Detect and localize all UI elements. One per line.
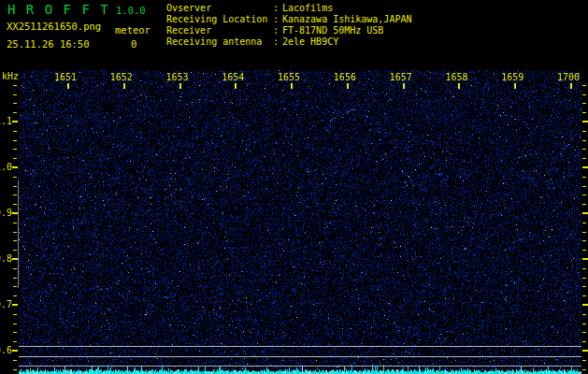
freq-axis-tick-minor [582,103,586,104]
freq-axis-tick-minor [13,232,17,233]
freq-axis-tick-minor [582,158,586,159]
freq-axis-tick-major [12,212,18,214]
time-axis-tick [458,83,460,89]
freq-axis-tick-minor [13,177,17,178]
freq-axis-tick-minor [13,103,17,104]
freq-axis-tick-minor [13,186,17,187]
freq-axis-tick-minor [582,140,586,141]
freq-axis-tick-minor [582,112,586,113]
time-axis-label: 1656 [334,72,356,82]
freq-axis-tick-minor [13,140,17,141]
freq-axis-tick-minor [13,131,17,132]
time-axis-tick [347,83,349,89]
freq-axis-tick-minor [13,223,17,223]
freq-axis-tick-major [582,258,588,260]
freq-axis-tick-major [582,304,588,306]
freq-axis-tick-minor [582,278,586,279]
freq-axis-tick-minor [13,286,17,287]
freq-axis-tick-minor [582,240,586,241]
freq-axis-tick-minor [13,268,17,269]
freq-axis-tick-minor [582,286,586,287]
time-axis-label: 1655 [278,72,300,82]
freq-axis-tick-major [582,212,588,214]
time-axis-tick [514,83,516,89]
freq-axis-tick-minor [13,314,17,315]
time-axis-label: 1657 [390,72,412,82]
time-axis-label: 1700 [557,72,580,82]
left-edge-marker-line [18,180,19,288]
freq-axis-tick-minor [13,85,17,86]
freq-axis-tick-minor [582,314,586,315]
freq-axis-tick-minor [13,158,17,159]
freq-axis-tick-minor [582,149,586,150]
freq-axis-tick-minor [13,341,17,342]
freq-axis-tick-minor [582,94,586,95]
freq-axis-tick-minor [13,112,17,113]
freq-axis-tick-minor [582,295,586,296]
freq-axis-tick-minor [13,240,17,241]
time-axis-label: 1654 [222,72,244,82]
freq-axis-tick-minor [582,186,586,187]
freq-axis-tick-minor [582,232,586,233]
freq-axis-tick-major [12,304,18,306]
time-axis-label: 1658 [445,72,467,82]
freq-axis-tick-minor [582,177,586,178]
freq-axis-tick-major [12,166,18,168]
freq-axis-tick-minor [13,360,17,361]
freq-axis-label: 1.0 [0,162,12,172]
freq-axis-tick-minor [13,94,17,95]
hrofft-output-image: H R O F F T 1.0.0 XX2511261650.png meteo… [0,0,588,374]
freq-axis-label: 1.1 [0,116,12,126]
freq-axis-tick-major [12,258,18,260]
freq-axis-tick-minor [582,360,586,361]
freq-axis-tick-minor [582,332,586,333]
freq-axis-label: 0.8 [0,253,12,264]
spectrogram-axes: kHz 165116521653165416551656165716581659… [0,0,588,374]
time-axis-tick [123,83,125,89]
freq-axis-tick-minor [13,369,17,370]
freq-axis-tick-major [12,121,18,122]
time-axis-label: 1651 [54,72,77,82]
freq-axis-tick-major [582,121,588,122]
time-axis-tick [403,83,405,89]
freq-axis-tick-major [582,166,588,168]
freq-axis-tick-minor [582,223,586,223]
time-axis-tick [179,83,181,89]
freq-axis-tick-minor [13,332,17,333]
freq-axis-tick-minor [582,369,586,370]
freq-axis-tick-minor [582,324,586,324]
time-axis-tick [291,83,293,89]
time-axis-label: 1653 [166,72,189,82]
freq-axis-tick-minor [13,149,17,150]
freq-axis-tick-minor [13,324,17,324]
freq-axis-tick-minor [13,250,17,251]
freq-axis-label: 0.7 [0,299,12,309]
time-axis-tick [570,83,572,89]
freq-axis-tick-minor [582,341,586,342]
freq-axis-tick-major [12,350,18,352]
freq-axis-tick-minor [582,85,586,86]
freq-axis-label: 0.9 [0,208,12,218]
time-axis-label: 1659 [501,72,523,82]
freq-axis-tick-minor [13,295,17,296]
freq-axis-label: 0.6 [0,345,12,355]
freq-axis-tick-minor [13,278,17,279]
freq-axis-tick-minor [582,204,586,205]
freq-axis-unit-label: kHz [2,71,19,81]
time-axis-tick [67,83,69,89]
freq-axis-tick-minor [582,131,586,132]
freq-axis-tick-minor [13,194,17,195]
freq-axis-tick-minor [582,194,586,195]
freq-axis-tick-minor [13,204,17,205]
freq-axis-tick-minor [582,250,586,251]
time-axis-label: 1652 [110,72,133,82]
freq-axis-tick-major [582,350,588,352]
time-axis-tick [235,83,237,89]
freq-axis-tick-minor [582,268,586,269]
